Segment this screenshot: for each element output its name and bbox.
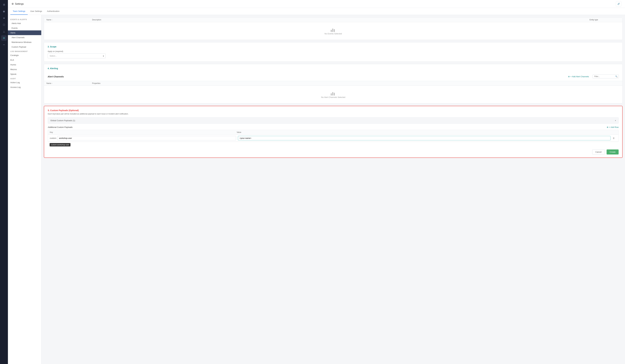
svg-rect-0 (331, 30, 332, 32)
top-header: ⚙ Settings 🔗 (8, 0, 625, 8)
sidebar-item-custom-payload[interactable]: Custom Payload (8, 45, 41, 49)
sidebar-item-elk[interactable]: ELK (8, 58, 41, 62)
icon-settings[interactable]: ⚙ (1, 35, 7, 41)
additional-title: Additional Custom Payloads (48, 126, 73, 128)
icon-bar: ⊞ ◉ ◈ ⬡ △ ⚙ ••• (0, 0, 8, 364)
icon-graph[interactable]: ◈ (1, 15, 7, 21)
alerting-form: 4. Alerting (44, 64, 623, 70)
custom-payloads-title: 5. Custom Payloads (Optional) (48, 109, 619, 112)
app-title: Settings (15, 2, 24, 5)
events-table-box: Name ↑ Description Entity type No Events… (44, 17, 623, 40)
tab-team-settings[interactable]: Team Settings (10, 8, 28, 15)
sidebar-item-splunk[interactable]: Splunk (8, 72, 41, 77)
payload-col-key-header: Key (50, 131, 237, 133)
action-bar: Cancel Create (48, 146, 619, 154)
ac-sort-icon: ↑ (52, 83, 53, 84)
payload-table-header: Key Value (48, 130, 619, 135)
add-label: + Add Alert Channels (570, 75, 589, 78)
additional-header: Additional Custom Payloads ⊕ + Add Row (48, 126, 619, 128)
section-label-log-management: Log Management (8, 49, 41, 53)
svg-rect-1 (332, 28, 333, 32)
ac-col-properties: Properties (92, 82, 620, 84)
events-empty-message: No Events Selected (324, 32, 342, 35)
icon-topology[interactable]: ⬡ (1, 22, 7, 27)
trash-icon: 🗑 (613, 137, 615, 139)
icon-more[interactable]: ••• (1, 42, 7, 47)
add-row-label: + Add Row (609, 126, 619, 128)
icon-home[interactable]: ⊞ (1, 2, 7, 7)
custom-payloads-box: 5. Custom Payloads (Optional) Each key/v… (44, 106, 623, 158)
custom-payloads-desc: Each key/value pair will be included as … (48, 113, 619, 115)
search-icon: 🔍 (615, 75, 618, 78)
link-icon-button[interactable]: 🔗 (616, 1, 621, 7)
alerting-section-box: 4. Alerting Alert Channels ⊕ + Add Alert… (44, 64, 623, 103)
page-header-title: ⚙ Settings (12, 2, 24, 5)
main-panel: ⚙ Settings 🔗 Team Settings User Settings… (8, 0, 625, 364)
key-prefix: custom: (50, 137, 57, 139)
icon-monitor[interactable]: ◉ (1, 8, 7, 14)
alert-channels-empty-icon (330, 91, 336, 96)
svg-rect-2 (334, 29, 335, 32)
sidebar-item-events[interactable]: Events (8, 26, 41, 30)
payload-table: Key Value custom: 🗑 (48, 130, 619, 142)
payload-col-del-header (611, 131, 617, 133)
tab-bar: Team Settings User Settings Authenticati… (8, 8, 625, 15)
content-area: Name ↑ Description Entity type No Events… (41, 15, 625, 364)
col-name-label: Name (46, 19, 51, 21)
alert-channels-empty-message: No Alert Channels Selected (321, 96, 345, 98)
scope-section-title: 3. Scope (48, 45, 619, 48)
svg-rect-4 (332, 92, 333, 95)
sidebar-item-maintenance-windows[interactable]: Maintenance Windows (8, 40, 41, 45)
global-payloads-label: Global Custom Payloads (1) (50, 119, 75, 122)
payload-row: custom: 🗑 (48, 135, 619, 142)
add-row-icon: ⊕ (607, 126, 608, 128)
events-empty-state: No Events Selected (44, 22, 623, 40)
section-label-events-alerts: Events & Alerts (8, 17, 41, 21)
tooltip-area: custom:workshop-user (48, 142, 619, 146)
sort-icon: ↑ (52, 19, 53, 21)
add-alert-channels-button[interactable]: ⊕ + Add Alert Channels (568, 75, 589, 78)
alert-channels-title: Alert Channels (48, 75, 64, 78)
page-body: Events & Alerts Alerts Hub Events Alerts… (8, 15, 625, 364)
cancel-button[interactable]: Cancel (592, 149, 605, 154)
sidebar-item-action-log[interactable]: Action Log (8, 80, 41, 85)
add-icon: ⊕ (568, 75, 570, 78)
alert-channels-table-header: Name ↑ Properties (44, 81, 623, 86)
add-row-button[interactable]: ⊕ + Add Row (607, 126, 619, 128)
delete-row-button[interactable]: 🗑 (611, 137, 617, 139)
sidebar-nav: Events & Alerts Alerts Hub Events Alerts… (8, 15, 41, 364)
payload-key-cell: custom: (50, 136, 236, 140)
col-name: Name ↑ (46, 19, 92, 21)
svg-rect-5 (334, 93, 335, 95)
scope-select[interactable]: Select... (48, 53, 105, 58)
icon-alert[interactable]: △ (1, 28, 7, 34)
sidebar-item-alerts-hub[interactable]: Alerts Hub (8, 21, 41, 26)
sidebar-item-mezmo[interactable]: Mezmo (8, 67, 41, 72)
section-label-audit: Audit (8, 77, 41, 80)
sidebar-item-coralogix[interactable]: Coralogix (8, 53, 41, 58)
scope-section-box: 3. Scope Apply on (required) Select... (44, 42, 623, 62)
filter-input[interactable] (593, 75, 619, 79)
chevron-down-icon: ▾ (615, 119, 616, 122)
col-description: Description (92, 19, 590, 21)
value-input[interactable] (238, 136, 611, 140)
create-button[interactable]: Create (607, 149, 619, 154)
key-tooltip: custom:workshop-user (50, 143, 70, 146)
gear-icon: ⚙ (12, 2, 14, 5)
global-payloads-row[interactable]: Global Custom Payloads (1) ▾ (48, 117, 619, 124)
alert-channels-header: Alert Channels ⊕ + Add Alert Channels 🔍 (44, 72, 623, 81)
sidebar-item-humio[interactable]: Humio (8, 62, 41, 67)
key-input[interactable] (57, 136, 236, 140)
scope-select-wrapper: Select... (48, 53, 105, 58)
tab-authentication[interactable]: Authentication (44, 8, 62, 15)
sidebar-item-alerts[interactable]: Alerts (8, 30, 41, 35)
col-entity-type: Entity type (590, 19, 620, 21)
scope-form: 3. Scope Apply on (required) Select... (44, 42, 623, 61)
svg-rect-3 (331, 93, 332, 95)
sidebar-item-alert-channels[interactable]: Alert Channels (8, 35, 41, 40)
sidebar-item-access-log[interactable]: Access Log (8, 85, 41, 89)
alerting-section-title: 4. Alerting (48, 67, 619, 70)
scope-label: Apply on (required) (48, 50, 619, 53)
tab-user-settings[interactable]: User Settings (28, 8, 44, 15)
payload-val-cell (236, 136, 611, 140)
